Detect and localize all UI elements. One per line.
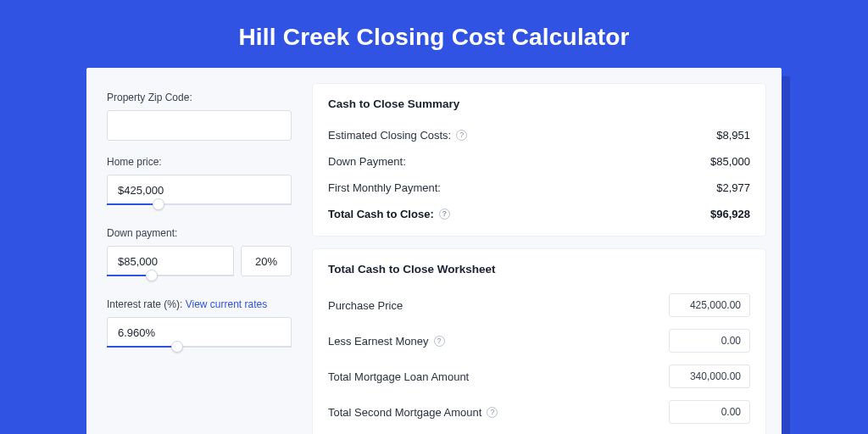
zip-field: Property Zip Code: xyxy=(107,92,292,141)
home-price-slider[interactable]: $425,000 xyxy=(107,175,292,205)
slider-fill xyxy=(107,346,177,348)
inputs-panel: Property Zip Code: Home price: $425,000 … xyxy=(86,68,307,434)
slider-thumb[interactable] xyxy=(171,341,183,353)
summary-row-value: $85,000 xyxy=(710,155,750,168)
down-payment-slider[interactable]: $85,000 xyxy=(107,246,234,276)
down-payment-label: Down payment: xyxy=(107,227,292,239)
interest-rate-slider[interactable]: 6.960% xyxy=(107,317,292,348)
worksheet-row-value: 425,000.00 xyxy=(690,299,741,311)
interest-rate-label: Interest rate (%): View current rates xyxy=(107,298,292,310)
worksheet-amount-box[interactable]: 0.00 xyxy=(669,400,750,424)
worksheet-row: Less Earnest Money ? 0.00 xyxy=(328,323,750,359)
worksheet-amount-box[interactable]: 425,000.00 xyxy=(669,293,750,317)
calculator-card: Property Zip Code: Home price: $425,000 … xyxy=(86,68,782,434)
summary-row-label: Estimated Closing Costs: xyxy=(328,129,451,142)
summary-row: Estimated Closing Costs: ? $8,951 xyxy=(328,122,750,148)
worksheet-row-value: 340,000.00 xyxy=(690,370,741,382)
worksheet-row-label: Less Earnest Money xyxy=(328,335,429,348)
down-payment-percent-box[interactable]: 20% xyxy=(241,246,292,276)
summary-row: Down Payment: $85,000 xyxy=(328,148,750,175)
help-icon[interactable]: ? xyxy=(434,336,445,347)
zip-input[interactable] xyxy=(107,110,292,141)
worksheet-row-label: Total Mortgage Loan Amount xyxy=(328,370,469,383)
summary-row-value: $96,928 xyxy=(710,208,750,220)
zip-label: Property Zip Code: xyxy=(107,92,292,103)
down-payment-percent-value: 20% xyxy=(255,255,277,268)
help-icon[interactable]: ? xyxy=(456,130,467,141)
worksheet-row-value: 0.00 xyxy=(721,406,741,418)
down-payment-value-box[interactable]: $85,000 xyxy=(107,246,234,276)
help-icon[interactable]: ? xyxy=(487,407,498,418)
down-payment-field: Down payment: $85,000 20% xyxy=(107,227,292,276)
worksheet-heading: Total Cash to Close Worksheet xyxy=(328,263,750,275)
worksheet-row-label: Purchase Price xyxy=(328,299,403,312)
interest-rate-label-text: Interest rate (%): xyxy=(107,298,186,310)
page-title: Hill Creek Closing Cost Calculator xyxy=(0,0,868,68)
worksheet-amount-box[interactable]: 340,000.00 xyxy=(669,364,750,388)
summary-row-value: $8,951 xyxy=(716,129,750,142)
worksheet-row: Total Second Mortgage Amount ? 0.00 xyxy=(328,394,750,430)
summary-panel: Cash to Close Summary Estimated Closing … xyxy=(312,83,766,236)
results-panel: Cash to Close Summary Estimated Closing … xyxy=(307,68,782,434)
view-rates-link[interactable]: View current rates xyxy=(186,298,268,310)
worksheet-panel: Total Cash to Close Worksheet Purchase P… xyxy=(312,248,766,434)
worksheet-row: Purchase Price 425,000.00 xyxy=(328,287,750,323)
worksheet-row: Total Mortgage Loan Amount 340,000.00 xyxy=(328,359,750,394)
slider-thumb[interactable] xyxy=(146,270,158,281)
worksheet-row-value: 0.00 xyxy=(721,335,741,347)
help-icon[interactable]: ? xyxy=(439,209,450,220)
worksheet-amount-box[interactable]: 0.00 xyxy=(669,329,750,353)
interest-rate-field: Interest rate (%): View current rates 6.… xyxy=(107,298,292,348)
summary-heading: Cash to Close Summary xyxy=(328,97,750,110)
calculator-card-wrap: Property Zip Code: Home price: $425,000 … xyxy=(86,68,782,434)
summary-row-label: First Monthly Payment: xyxy=(328,181,441,194)
summary-row-total: Total Cash to Close: ? $96,928 xyxy=(328,201,750,227)
home-price-value-box[interactable]: $425,000 xyxy=(107,175,292,205)
home-price-label: Home price: xyxy=(107,156,292,168)
summary-row-label: Total Cash to Close: xyxy=(328,208,434,220)
interest-rate-value: 6.960% xyxy=(118,326,155,339)
slider-thumb[interactable] xyxy=(153,198,164,210)
interest-rate-value-box[interactable]: 6.960% xyxy=(107,317,292,348)
summary-row-label: Down Payment: xyxy=(328,155,406,168)
slider-fill xyxy=(107,203,159,205)
worksheet-row-label: Total Second Mortgage Amount xyxy=(328,406,481,419)
home-price-value: $425,000 xyxy=(118,184,164,197)
summary-row: First Monthly Payment: $2,977 xyxy=(328,175,750,201)
down-payment-value: $85,000 xyxy=(118,255,158,268)
summary-row-value: $2,977 xyxy=(716,181,750,194)
home-price-field: Home price: $425,000 xyxy=(107,156,292,205)
